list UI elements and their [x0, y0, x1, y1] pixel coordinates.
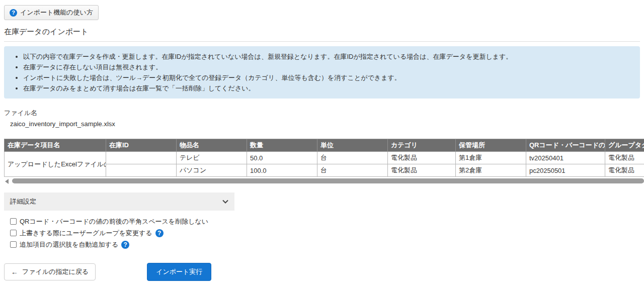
file-name-value: zaico_inventory_import_sample.xlsx	[4, 120, 640, 128]
notice-item: インポートに失敗した場合は、ツール→データ初期化で全ての登録データ（カテゴリ、単…	[23, 72, 634, 83]
horizontal-scrollbar[interactable]	[4, 178, 644, 184]
header-code-value: QRコード・バーコードの値	[526, 139, 605, 152]
file-name-label: ファイル名	[4, 109, 640, 118]
cell-location: 第2倉庫	[456, 164, 526, 177]
option-keep-spaces[interactable]: QRコード・バーコードの値の前後の半角スペースを削除しない	[10, 216, 640, 227]
change-user-group-checkbox[interactable]	[10, 230, 17, 236]
header-group-tag: グループタグ	[605, 139, 644, 152]
page-title: 在庫データのインポート	[4, 27, 640, 42]
back-to-file-select-button[interactable]: ← ファイルの指定に戻る	[4, 263, 96, 280]
advanced-settings-label: 詳細設定	[10, 197, 36, 206]
cell-code-value: tv20250401	[526, 152, 605, 164]
header-category: カテゴリ	[388, 139, 456, 152]
import-preview-table: 在庫データ項目名 在庫ID 物品名 数量 単位 カテゴリ 保管場所 QRコード・…	[4, 139, 644, 177]
left-arrow-icon: ←	[11, 268, 18, 276]
cell-group-tag: 電化製品	[605, 164, 644, 177]
question-circle-icon: ?	[10, 9, 17, 17]
import-options: QRコード・バーコードの値の前後の半角スペースを削除しない 上書きする際にユーザ…	[4, 216, 640, 250]
scrollbar-thumb[interactable]	[12, 178, 644, 183]
option-auto-add-choices[interactable]: 追加項目の選択肢を自動追加する ?	[10, 239, 640, 250]
header-location: 保管場所	[456, 139, 526, 152]
auto-add-choices-checkbox[interactable]	[10, 241, 17, 248]
import-page: ? インポート機能の使い方 在庫データのインポート 以下の内容で在庫データを作成…	[0, 0, 644, 281]
advanced-settings-toggle[interactable]: 詳細設定	[4, 192, 234, 211]
cell-unit: 台	[317, 164, 388, 177]
header-zaiko-id: 在庫ID	[106, 139, 177, 152]
back-button-label: ファイルの指定に戻る	[22, 267, 89, 276]
cell-location: 第1倉庫	[456, 152, 526, 164]
question-circle-icon[interactable]: ?	[155, 229, 164, 237]
cell-quantity: 50.0	[247, 152, 317, 164]
notice-list: 以下の内容で在庫データを作成・更新します。在庫IDが指定されていない場合は、新規…	[10, 51, 634, 93]
import-help-label: インポート機能の使い方	[20, 8, 93, 17]
cell-item-name: パソコン	[177, 164, 247, 177]
option-label: 追加項目の選択肢を自動追加する	[20, 240, 118, 249]
option-label: 上書きする際にユーザーグループを変更する	[20, 229, 152, 238]
cell-zaiko-id	[106, 152, 177, 164]
notice-item: 在庫データに存在しない項目は無視されます。	[23, 62, 634, 72]
notice-item: 以下の内容で在庫データを作成・更新します。在庫IDが指定されていない場合は、新規…	[23, 51, 634, 62]
chevron-down-icon	[222, 200, 228, 204]
cell-category: 電化製品	[388, 164, 456, 177]
header-item-name: 物品名	[177, 139, 247, 152]
row-group-label-cell: アップロードしたExcelファイルのデータ（1～10行目のみ表示）	[5, 152, 106, 177]
scroll-left-arrow-icon[interactable]	[5, 179, 9, 184]
keep-spaces-checkbox[interactable]	[10, 218, 17, 225]
run-import-button[interactable]: インポート実行	[147, 263, 211, 281]
notice-item: 在庫データのみをまとめて消す場合は在庫一覧で「一括削除」してください。	[23, 83, 634, 93]
cell-unit: 台	[317, 152, 388, 164]
preview-table-container: 在庫データ項目名 在庫ID 物品名 数量 単位 カテゴリ 保管場所 QRコード・…	[4, 139, 644, 177]
footer-actions: ← ファイルの指定に戻る インポート実行	[4, 263, 640, 281]
cell-category: 電化製品	[388, 152, 456, 164]
header-quantity: 数量	[247, 139, 317, 152]
table-header-row: 在庫データ項目名 在庫ID 物品名 数量 単位 カテゴリ 保管場所 QRコード・…	[5, 139, 644, 152]
table-row: アップロードしたExcelファイルのデータ（1～10行目のみ表示） テレビ 50…	[5, 152, 644, 164]
cell-quantity: 100.0	[247, 164, 317, 177]
cell-code-value: pc20250501	[526, 164, 605, 177]
cell-zaiko-id	[106, 164, 177, 177]
header-item-field: 在庫データ項目名	[5, 139, 106, 152]
import-notice-box: 以下の内容で在庫データを作成・更新します。在庫IDが指定されていない場合は、新規…	[4, 46, 640, 99]
question-circle-icon[interactable]: ?	[121, 241, 129, 249]
option-label: QRコード・バーコードの値の前後の半角スペースを削除しない	[20, 217, 208, 226]
cell-group-tag: 電化製品	[605, 152, 644, 164]
cell-item-name: テレビ	[177, 152, 247, 164]
import-help-button[interactable]: ? インポート機能の使い方	[4, 5, 99, 20]
header-unit: 単位	[317, 139, 388, 152]
option-change-user-group[interactable]: 上書きする際にユーザーグループを変更する ?	[10, 227, 640, 239]
